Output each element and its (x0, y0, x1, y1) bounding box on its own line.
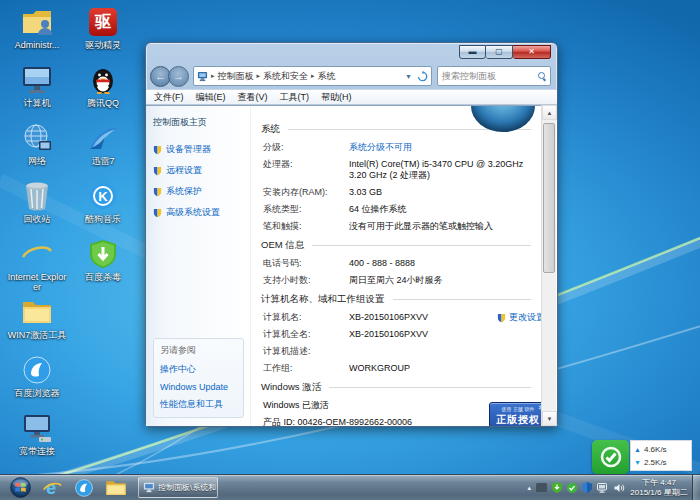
row-full-computer-name: 计算机全名: XB-20150106PXVV (263, 329, 531, 340)
taskbar-baidu-browser-icon[interactable] (72, 477, 96, 499)
kugou-music-icon: K (86, 180, 120, 212)
folder-icon (20, 296, 54, 328)
tray-ime-icon[interactable] (536, 483, 547, 492)
desktop-icon-label: Internet Explorer (6, 272, 68, 292)
net-speed-widget[interactable]: ▲4.6K/s ▼2.5K/s (592, 440, 692, 474)
change-settings-link[interactable]: 更改设置 (509, 312, 545, 323)
tray-network-icon[interactable] (597, 483, 609, 493)
desktop-icon-label: 宽带连接 (6, 446, 68, 456)
desktop-icon-driver-genius[interactable]: 驱 驱动精灵 (72, 6, 134, 50)
system-control-panel-window: ▬ ▢ ✕ ← → ▸ 控制面板 ▸ 系统和安全 ▸ 系统 ▼ (145, 42, 558, 427)
sidebar-item-advanced-system-settings[interactable]: 高级系统设置 (153, 206, 250, 219)
sidebar-item-device-manager[interactable]: 设备管理器 (153, 143, 250, 156)
desktop-icon-label: 回收站 (6, 214, 68, 224)
crumb-separator: ▸ (311, 72, 315, 80)
menu-help[interactable]: 帮助(H) (321, 91, 352, 104)
hidden-icons-arrow[interactable]: ▴ (527, 484, 531, 492)
field-label: 电话号码: (263, 258, 349, 269)
address-dropdown-icon[interactable]: ▼ (405, 73, 412, 80)
breadcrumb-control-panel[interactable]: 控制面板 (218, 70, 254, 83)
genuine-license-badge[interactable]: ✻ 使用 正版 软件 正版授权 安全 稳定 声誉 (489, 402, 547, 426)
start-button[interactable] (8, 477, 32, 499)
row-ram: 安装内存(RAM): 3.03 GB (263, 187, 531, 198)
breadcrumb-system[interactable]: 系统 (318, 70, 336, 83)
close-button[interactable]: ✕ (513, 45, 551, 59)
desktop-icon-win7-activator[interactable]: WIN7激活工具 (6, 296, 68, 340)
uac-shield-icon (153, 166, 162, 176)
svg-text:e: e (46, 478, 56, 498)
sidebar-item-windows-update[interactable]: Windows Update (160, 382, 237, 392)
desktop-icon-baidu-antivirus[interactable]: 百度杀毒 (72, 238, 134, 282)
desktop-icon-qq[interactable]: 腾讯QQ (72, 64, 134, 108)
taskbar-explorer-icon[interactable] (104, 477, 128, 499)
rating-unavailable-link[interactable]: 系统分级不可用 (349, 142, 412, 153)
field-label: 笔和触摸: (263, 221, 349, 232)
taskbar-clock[interactable]: 下午 4:47 2015/1/6 星期二 (630, 478, 688, 498)
refresh-icon[interactable] (417, 71, 428, 82)
menu-edit[interactable]: 编辑(E) (196, 91, 226, 104)
clock-date: 2015/1/6 星期二 (630, 488, 688, 498)
address-location-icon (197, 71, 208, 82)
row-pen-touch: 笔和触摸: 没有可用于此显示器的笔或触控输入 (263, 221, 531, 232)
sidebar-item-remote-settings[interactable]: 远程设置 (153, 164, 250, 177)
desktop: Administr... 驱 驱动精灵 计算机 腾讯QQ 网络 迅雷7 回收站 … (0, 0, 700, 500)
field-label: 计算机描述: (263, 346, 349, 357)
address-bar[interactable]: ▸ 控制面板 ▸ 系统和安全 ▸ 系统 ▼ (193, 66, 432, 86)
desktop-icon-recycle-bin[interactable]: 回收站 (6, 180, 68, 224)
sidebar-label: 高级系统设置 (166, 206, 220, 219)
maximize-button[interactable]: ▢ (486, 45, 513, 59)
tray-antivirus-icon[interactable] (552, 482, 562, 493)
sidebar-item-action-center[interactable]: 操作中心 (160, 363, 237, 376)
field-value: 周日至周六 24小时服务 (349, 275, 443, 286)
scroll-up-arrow[interactable]: ▲ (542, 105, 557, 120)
taskbar-task-control-panel[interactable]: 控制面板\系统和... (138, 477, 218, 498)
forward-button[interactable]: → (168, 66, 189, 87)
desktop-icon-administrator[interactable]: Administr... (6, 6, 68, 50)
desktop-icon-network[interactable]: 网络 (6, 122, 68, 166)
minimize-button[interactable]: ▬ (459, 45, 486, 59)
desktop-icon-internet-explorer[interactable]: e Internet Explorer (6, 238, 68, 292)
baidu-browser-icon (20, 354, 54, 386)
tray-volume-icon[interactable] (614, 483, 625, 493)
upload-value: 4.6K/s (644, 443, 667, 456)
sidebar-item-system-protection[interactable]: 系统保护 (153, 185, 250, 198)
desktop-icon-kugou[interactable]: K 酷狗音乐 (72, 180, 134, 224)
search-placeholder: 搜索控制面板 (442, 70, 496, 83)
menu-file[interactable]: 文件(F) (154, 91, 184, 104)
search-icon[interactable] (538, 72, 546, 80)
sidebar: 控制面板主页 设备管理器 远程设置 系统保护 高级系统设置 (146, 106, 251, 426)
antivirus-check-icon[interactable] (592, 440, 629, 474)
desktop-icon-thunder7[interactable]: 迅雷7 (72, 122, 134, 166)
desktop-icon-broadband[interactable]: 宽带连接 (6, 412, 68, 456)
field-value: 400 - 888 - 8888 (349, 258, 415, 269)
sidebar-item-control-panel-home[interactable]: 控制面板主页 (153, 116, 250, 129)
product-id: 产品 ID: 00426-OEM-8992662-00006 (263, 417, 412, 426)
row-system-type: 系统类型: 64 位操作系统 (263, 204, 531, 215)
menu-view[interactable]: 查看(V) (238, 91, 268, 104)
sidebar-item-performance-tools[interactable]: 性能信息和工具 (160, 398, 237, 411)
change-settings[interactable]: 更改设置 (497, 312, 545, 323)
menu-tools[interactable]: 工具(T) (280, 91, 310, 104)
row-rating: 分级: 系统分级不可用 (263, 142, 531, 153)
activation-block: Windows 已激活 产品 ID: 00426-OEM-8992662-000… (261, 400, 531, 426)
taskbar-ie-icon[interactable]: e (40, 477, 64, 499)
crumb-separator: ▸ (257, 72, 261, 80)
badge-line1: 使用 正版 软件 (490, 406, 546, 413)
window-titlebar[interactable]: ▬ ▢ ✕ (146, 43, 557, 63)
tray-security-icon[interactable] (582, 482, 592, 493)
scrollbar-thumb[interactable] (543, 123, 555, 273)
breadcrumb-system-security[interactable]: 系统和安全 (263, 70, 308, 83)
vertical-scrollbar[interactable]: ▲ ▼ (541, 105, 556, 426)
search-box[interactable]: 搜索控制面板 (437, 66, 551, 86)
desktop-icon-baidu-browser[interactable]: 百度浏览器 (6, 354, 68, 398)
desktop-icon-computer[interactable]: 计算机 (6, 64, 68, 108)
computer-icon (20, 64, 54, 96)
task-window-icon (143, 482, 155, 493)
tray-update-icon[interactable] (567, 483, 577, 493)
show-desktop-button[interactable] (692, 475, 700, 500)
crumb-separator: ▸ (211, 72, 215, 80)
uac-shield-icon (153, 187, 162, 197)
scroll-down-arrow[interactable]: ▼ (542, 411, 557, 426)
section-header-computer-name: 计算机名称、域和工作组设置 (261, 293, 531, 306)
uac-shield-icon (153, 145, 162, 155)
